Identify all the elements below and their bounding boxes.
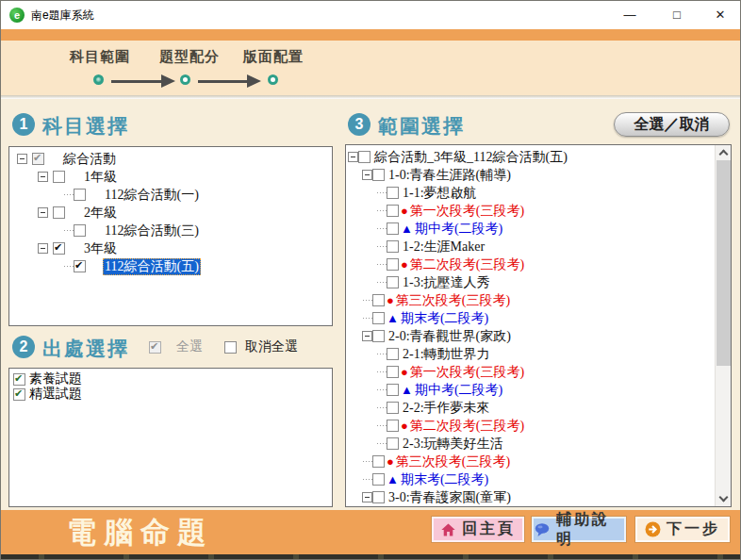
scrollbar-thumb[interactable] <box>716 160 731 366</box>
tree-checkbox[interactable] <box>372 294 385 306</box>
tree-checkbox[interactable] <box>387 187 399 199</box>
next-step-button[interactable]: 下一步 <box>635 517 730 542</box>
tree-checkbox[interactable] <box>53 242 65 255</box>
tree-label[interactable]: 第一次段考(三段考) <box>408 203 526 220</box>
collapse-minus-icon[interactable] <box>348 152 358 162</box>
tree-row[interactable]: 112綜合活動(五) <box>9 257 332 275</box>
tree-checkbox[interactable] <box>387 222 399 235</box>
tree-row[interactable]: ●第三次段考(三段考) <box>346 291 731 309</box>
tree-row[interactable]: 1年級 <box>9 168 332 186</box>
tree-checkbox[interactable] <box>372 330 385 342</box>
tree-row[interactable]: ●第二次段考(三段考) <box>346 255 731 273</box>
select-all-toggle-button[interactable]: 全選／取消 <box>614 112 730 137</box>
tree-checkbox[interactable] <box>372 312 385 324</box>
tree-checkbox[interactable] <box>387 205 399 217</box>
tree-label[interactable]: 綜合活動_3年級_112綜合活動(五) <box>372 149 569 166</box>
tree-label[interactable]: 112綜合活動(一) <box>103 187 201 204</box>
tree-label[interactable]: 期末考(二段考) <box>399 471 490 488</box>
tree-checkbox[interactable] <box>74 260 86 272</box>
tree-label[interactable]: 3-0:青春護家園(童軍) <box>387 489 513 506</box>
tree-label[interactable]: 112綜合活動(三) <box>103 222 201 239</box>
scroll-up-icon[interactable] <box>719 150 729 159</box>
tree-row[interactable]: ▲期中考(二段考) <box>346 381 731 399</box>
tree-checkbox[interactable] <box>53 171 65 183</box>
help-button[interactable]: 輔助說明 <box>532 517 626 542</box>
tree-checkbox[interactable] <box>372 491 385 503</box>
tree-label[interactable]: 2年級 <box>82 205 119 222</box>
tree-checkbox[interactable] <box>372 473 385 486</box>
tree-row[interactable]: 2-2:手作夢未來 <box>346 399 731 417</box>
tree-label[interactable]: 綜合活動 <box>61 151 118 168</box>
tree-checkbox[interactable] <box>32 153 44 165</box>
tree-row[interactable]: 112綜合活動(三) <box>9 222 332 239</box>
close-icon[interactable]: ✕ <box>704 1 736 29</box>
tree-row[interactable]: 綜合活動 <box>9 150 332 168</box>
tree-label[interactable]: 2-1:轉動世界力 <box>401 346 492 363</box>
tree-label[interactable]: 3年級 <box>82 240 119 257</box>
tree-row[interactable]: 1-1:夢想啟航 <box>346 184 731 202</box>
tree-row[interactable]: 1-3:抗壓達人秀 <box>346 273 731 291</box>
tree-label[interactable]: 第二次段考(三段考) <box>408 256 526 273</box>
collapse-minus-icon[interactable] <box>38 243 48 254</box>
tree-row[interactable]: ●第一次段考(三段考) <box>346 202 731 220</box>
tree-row[interactable]: 3-0:青春護家園(童軍) <box>346 488 731 506</box>
minimize-icon[interactable]: — <box>614 1 646 29</box>
tree-checkbox[interactable] <box>387 276 399 288</box>
list-checkbox[interactable] <box>13 373 25 386</box>
tree-label[interactable]: 期中考(二段考) <box>413 382 504 399</box>
tree-row[interactable]: ▲期末考(二段考) <box>346 470 731 488</box>
tree-row[interactable]: 1-0:青春生涯路(輔導) <box>346 166 731 184</box>
tree-label[interactable]: 第三次段考(三段考) <box>394 453 512 470</box>
collapse-minus-icon[interactable] <box>362 170 372 180</box>
collapse-minus-icon[interactable] <box>38 207 48 218</box>
collapse-minus-icon[interactable] <box>38 172 48 182</box>
tree-checkbox[interactable] <box>358 151 370 163</box>
tree-row[interactable]: 3年級 <box>9 239 332 257</box>
list-checkbox[interactable] <box>13 388 25 401</box>
tree-row[interactable]: ●第二次段考(三段考) <box>346 417 731 435</box>
tree-row[interactable]: 2年級 <box>9 204 332 222</box>
tree-checkbox[interactable] <box>387 240 399 253</box>
tree-row[interactable]: ▲期中考(二段考) <box>346 220 731 238</box>
tree-row[interactable]: 1-2:生涯Maker <box>346 238 731 255</box>
tree-row[interactable]: 綜合活動_3年級_112綜合活動(五) <box>346 148 731 166</box>
tree-label[interactable]: 112綜合活動(五) <box>103 258 201 275</box>
tree-label[interactable]: 第一次段考(三段考) <box>408 364 526 381</box>
list-item[interactable]: 素養試題 <box>11 371 330 387</box>
tree-label[interactable]: 2-0:青春觀世界(家政) <box>387 328 513 345</box>
tree-row[interactable]: 2-3:玩轉美好生活 <box>346 435 731 453</box>
tree-label[interactable]: 1年級 <box>82 169 119 186</box>
collapse-minus-icon[interactable] <box>362 331 372 341</box>
tree-checkbox[interactable] <box>372 169 385 181</box>
tree-checkbox[interactable] <box>387 420 399 432</box>
tree-checkbox[interactable] <box>387 437 399 450</box>
tree-label[interactable]: 2-2:手作夢未來 <box>401 400 492 417</box>
tree-label[interactable]: 1-1:夢想啟航 <box>401 185 479 202</box>
select-all-checkbox[interactable] <box>149 341 161 354</box>
tree-label[interactable]: 第二次段考(三段考) <box>408 418 526 435</box>
scrollbar[interactable] <box>715 145 731 506</box>
tree-label[interactable]: 2-3:玩轉美好生活 <box>401 436 505 453</box>
tree-label[interactable]: 期末考(二段考) <box>399 310 490 327</box>
tree-label[interactable]: 1-3:抗壓達人秀 <box>401 274 492 291</box>
tree-checkbox[interactable] <box>387 402 399 414</box>
collapse-minus-icon[interactable] <box>17 154 27 164</box>
list-item[interactable]: 精選試題 <box>11 387 330 402</box>
tree-checkbox[interactable] <box>387 366 399 378</box>
tree-label[interactable]: 1-0:青春生涯路(輔導) <box>387 167 513 184</box>
home-button[interactable]: 回主頁 <box>432 517 524 542</box>
tree-checkbox[interactable] <box>387 348 399 360</box>
tree-checkbox[interactable] <box>74 224 86 237</box>
tree-row[interactable]: 2-1:轉動世界力 <box>346 345 731 363</box>
tree-row[interactable]: ●第一次段考(三段考) <box>346 363 731 381</box>
maximize-icon[interactable]: □ <box>661 1 693 29</box>
tree-checkbox[interactable] <box>74 189 86 201</box>
tree-row[interactable]: 2-0:青春觀世界(家政) <box>346 327 731 345</box>
tree-checkbox[interactable] <box>387 384 399 396</box>
deselect-all-checkbox[interactable] <box>224 341 237 354</box>
tree-label[interactable]: 期中考(二段考) <box>413 221 504 238</box>
tree-checkbox[interactable] <box>372 455 385 468</box>
scroll-down-icon[interactable] <box>719 493 729 502</box>
tree-row[interactable]: ▲期末考(二段考) <box>346 309 731 327</box>
tree-row[interactable]: 112綜合活動(一) <box>9 186 332 204</box>
